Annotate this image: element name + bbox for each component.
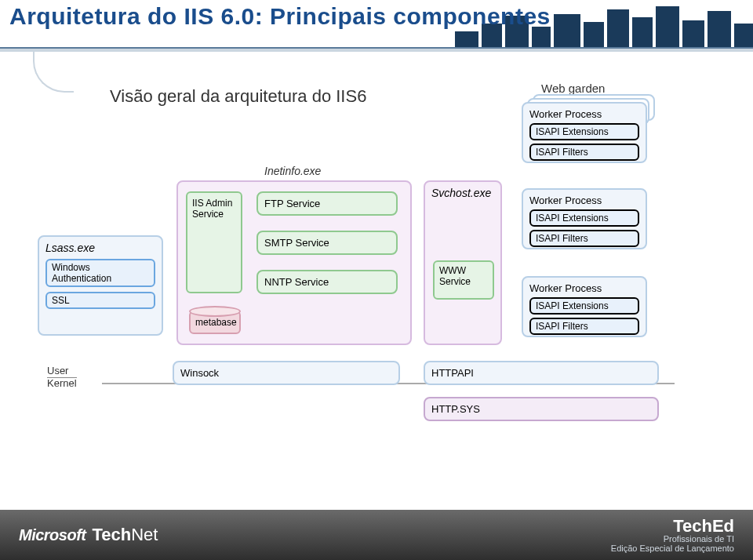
header: Arquitetura do IIS 6.0: Principais compo… [0, 0, 753, 63]
microsoft-word: Microsoft [19, 526, 86, 544]
isapi-filters: ISAPI Filters [529, 318, 639, 335]
worker-process-title: Worker Process [529, 195, 639, 206]
web-garden-label: Web garden [541, 82, 605, 95]
mode-labels: User Kernel [47, 365, 77, 390]
worker-process-title: Worker Process [529, 108, 639, 120]
title-hook [33, 52, 74, 93]
user-mode-label: User [47, 365, 77, 378]
worker-process-box: Worker Process ISAPI Extensions ISAPI Fi… [522, 276, 655, 337]
isapi-extensions: ISAPI Extensions [529, 297, 639, 315]
ssl-box: SSL [45, 292, 155, 309]
worker-process-box: Worker Process ISAPI Extensions ISAPI Fi… [522, 276, 647, 337]
worker-process-stack: Worker Process ISAPI Extensions ISAPI Fi… [522, 102, 655, 163]
worker-process-box: Worker Process ISAPI Extensions ISAPI Fi… [522, 188, 655, 249]
smtp-service: SMTP Service [256, 231, 398, 255]
httpsys-box: HTTP.SYS [424, 397, 659, 421]
isapi-extensions: ISAPI Extensions [529, 209, 639, 227]
ftp-service: FTP Service [256, 191, 398, 216]
page-title: Arquitetura do IIS 6.0: Principais compo… [9, 3, 551, 30]
isapi-filters: ISAPI Filters [529, 144, 639, 161]
httpapi-box: HTTPAPI [424, 361, 659, 385]
windows-authentication: Windows Authentication [45, 259, 155, 287]
inetinfo-label: Inetinfo.exe [264, 165, 321, 177]
isapi-filters: ISAPI Filters [529, 230, 639, 247]
teched-line1: Profissionais de TI [611, 535, 734, 544]
iis-admin-service: IIS Admin Service [186, 191, 242, 293]
www-service: WWW Service [433, 260, 494, 300]
teched-badge: TechEd Profissionais de TI Edição Especi… [611, 517, 734, 553]
worker-process-title: Worker Process [529, 282, 639, 294]
metabase-label: metabase [195, 317, 237, 328]
footer: Microsoft TechNet TechEd Profissionais d… [0, 510, 753, 560]
teched-brand: TechEd [611, 517, 734, 535]
nntp-service: NNTP Service [256, 270, 398, 294]
subtitle: Visão geral da arquitetura do IIS6 [110, 86, 366, 107]
kernel-mode-label: Kernel [47, 378, 77, 389]
winsock-box: Winsock [173, 361, 400, 385]
technet-word: TechNet [93, 525, 158, 545]
diagram-canvas: Visão geral da arquitetura do IIS6 Web g… [0, 102, 753, 471]
svchost-box: Svchost.exe WWW Service [424, 180, 502, 345]
isapi-extensions: ISAPI Extensions [529, 123, 639, 140]
worker-process-box: Worker Process ISAPI Extensions ISAPI Fi… [522, 102, 647, 163]
inetinfo-box: Inetinfo.exe IIS Admin Service FTP Servi… [176, 180, 412, 345]
worker-process-box: Worker Process ISAPI Extensions ISAPI Fi… [522, 188, 647, 249]
microsoft-technet-logo: Microsoft TechNet [19, 525, 158, 545]
svchost-label: Svchost.exe [431, 187, 494, 199]
lsass-box: Lsass.exe Windows Authentication SSL [38, 235, 163, 336]
lsass-label: Lsass.exe [45, 242, 155, 254]
teched-line2: Edição Especial de Lançamento [611, 544, 734, 554]
